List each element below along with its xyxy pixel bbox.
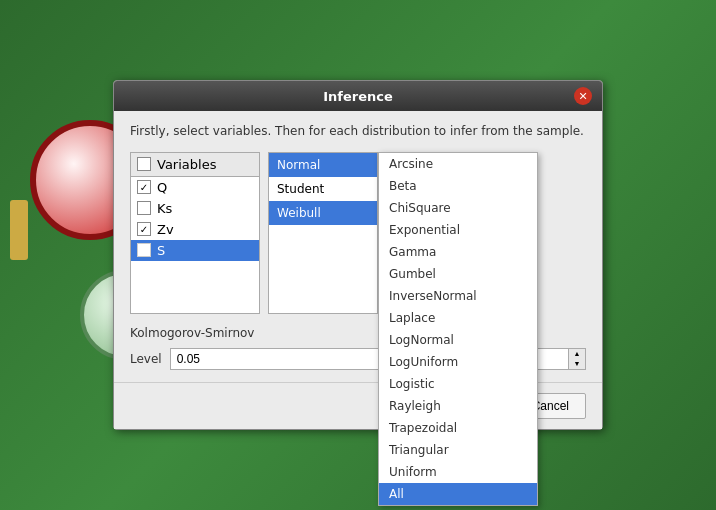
distributions-area: Normal Student Weibull Arcsine Beta C	[268, 152, 476, 314]
variables-select-all-checkbox[interactable]	[137, 157, 151, 171]
distributions-panel: Normal Student Weibull	[268, 152, 378, 314]
spinner-up-button[interactable]: ▲	[569, 349, 585, 359]
dropdown-chisquare[interactable]: ChiSquare	[379, 197, 537, 219]
dist-normal-label: Normal	[277, 158, 320, 172]
spinner-down-button[interactable]: ▼	[569, 359, 585, 369]
variable-s-label: S	[157, 243, 165, 258]
variable-zv-checkbox[interactable]: ✓	[137, 222, 151, 236]
variables-header: Variables	[131, 153, 259, 177]
distribution-dropdown[interactable]: Arcsine Beta ChiSquare Exponential Gamma…	[378, 152, 538, 506]
variable-row-ks[interactable]: Ks	[131, 198, 259, 219]
level-label: Level	[130, 352, 162, 366]
variables-header-label: Variables	[157, 157, 216, 172]
dialog-overlay: Inference ✕ Firstly, select variables. T…	[0, 0, 716, 510]
variable-row-q[interactable]: ✓ Q	[131, 177, 259, 198]
dist-row-student[interactable]: Student	[269, 177, 377, 201]
variables-panel: Variables ✓ Q Ks ✓ Zv ✓	[130, 152, 260, 314]
dialog-title: Inference	[142, 89, 574, 104]
dropdown-trapezoidal[interactable]: Trapezoidal	[379, 417, 537, 439]
dropdown-gumbel[interactable]: Gumbel	[379, 263, 537, 285]
variable-row-s[interactable]: ✓ S	[131, 240, 259, 261]
dropdown-laplace[interactable]: Laplace	[379, 307, 537, 329]
variable-ks-label: Ks	[157, 201, 172, 216]
dist-student-label: Student	[277, 182, 324, 196]
dropdown-triangular[interactable]: Triangular	[379, 439, 537, 461]
dropdown-uniform[interactable]: Uniform	[379, 461, 537, 483]
variable-zv-label: Zv	[157, 222, 174, 237]
variable-row-zv[interactable]: ✓ Zv	[131, 219, 259, 240]
variable-ks-checkbox[interactable]	[137, 201, 151, 215]
dropdown-arcsine[interactable]: Arcsine	[379, 153, 537, 175]
close-button[interactable]: ✕	[574, 87, 592, 105]
dialog-titlebar: Inference ✕	[114, 81, 602, 111]
variable-q-checkbox[interactable]: ✓	[137, 180, 151, 194]
dist-row-normal[interactable]: Normal	[269, 153, 377, 177]
test-label: Kolmogorov-Smirnov	[130, 326, 254, 340]
dropdown-beta[interactable]: Beta	[379, 175, 537, 197]
dropdown-gamma[interactable]: Gamma	[379, 241, 537, 263]
dropdown-lognormal[interactable]: LogNormal	[379, 329, 537, 351]
variable-s-checkbox[interactable]: ✓	[137, 243, 151, 257]
inference-dialog: Inference ✕ Firstly, select variables. T…	[113, 80, 603, 430]
dropdown-rayleigh[interactable]: Rayleigh	[379, 395, 537, 417]
main-area: Variables ✓ Q Ks ✓ Zv ✓	[130, 152, 586, 314]
dropdown-exponential[interactable]: Exponential	[379, 219, 537, 241]
dist-weibull-label: Weibull	[277, 206, 321, 220]
variable-q-label: Q	[157, 180, 167, 195]
dropdown-inversenormal[interactable]: InverseNormal	[379, 285, 537, 307]
dropdown-all[interactable]: All	[379, 483, 537, 505]
dropdown-logistic[interactable]: Logistic	[379, 373, 537, 395]
dropdown-loguniform[interactable]: LogUniform	[379, 351, 537, 373]
intro-text: Firstly, select variables. Then for each…	[130, 123, 586, 140]
dialog-body: Firstly, select variables. Then for each…	[114, 111, 602, 382]
dist-row-weibull[interactable]: Weibull	[269, 201, 377, 225]
spinner-buttons: ▲ ▼	[568, 349, 585, 369]
